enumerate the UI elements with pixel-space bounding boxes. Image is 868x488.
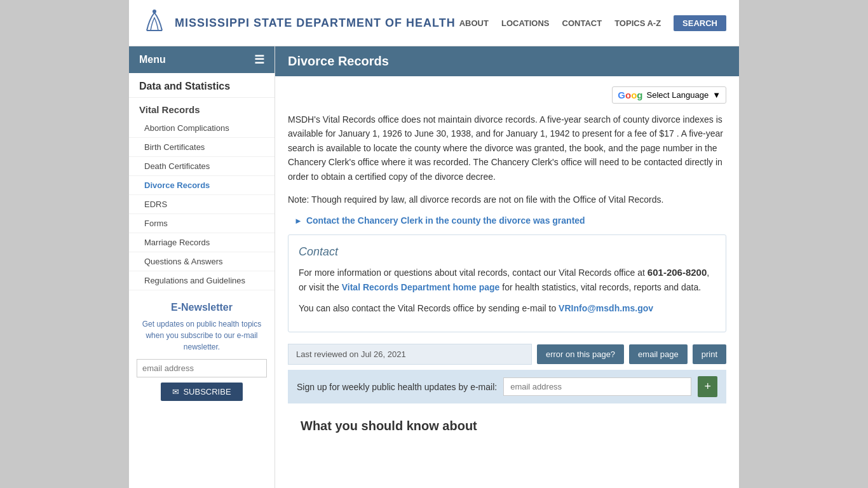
google-logo: Goog <box>618 90 642 100</box>
sidebar-item-death[interactable]: Death Certificates <box>129 157 275 176</box>
sidebar-item-birth[interactable]: Birth Certificates <box>129 138 275 157</box>
nav-contact[interactable]: CONTACT <box>562 18 602 28</box>
nav-links: ABOUT LOCATIONS CONTACT TOPICS A-Z SEARC… <box>459 15 726 31</box>
contact-section-title: Contact <box>299 245 715 259</box>
sidebar-item-divorce[interactable]: Divorce Records <box>129 176 275 195</box>
chancery-link-row: ► Contact the Chancery Clerk in the coun… <box>288 215 726 226</box>
contact-email-link[interactable]: VRInfo@msdh.ms.gov <box>559 303 653 313</box>
main-content-text: MSDH's Vital Records office does not mai… <box>288 112 726 184</box>
nav-about[interactable]: ABOUT <box>459 18 489 28</box>
chancery-clerk-link[interactable]: Contact the Chancery Clerk in the county… <box>306 215 585 226</box>
page-footer-row: Last reviewed on Jul 26, 2021 error on t… <box>288 344 726 365</box>
subscribe-button[interactable]: ✉ SUBSCRIBE <box>161 383 242 401</box>
logo-area: Mississippi State Department of Health <box>142 6 456 39</box>
translate-chevron-icon: ▼ <box>712 90 721 100</box>
signup-submit-button[interactable]: + <box>698 376 717 397</box>
vital-records-dept-link[interactable]: Vital Records Department home page <box>342 282 500 292</box>
sidebar-item-edrs[interactable]: EDRS <box>129 195 275 214</box>
email-icon: ✉ <box>172 387 179 396</box>
sidebar-item-forms[interactable]: Forms <box>129 214 275 233</box>
what-you-should-know-section: What you should know about <box>288 412 726 440</box>
google-translate-widget[interactable]: Goog Select Language ▼ <box>288 86 726 104</box>
sidebar-item-marriage[interactable]: Marriage Records <box>129 233 275 252</box>
search-button[interactable]: SEARCH <box>674 15 726 31</box>
note-text: Note: Though required by law, all divorc… <box>288 193 726 207</box>
enewsletter-box: E-Newsletter Get updates on public healt… <box>137 302 267 401</box>
contact-phone: 601-206-8200 <box>648 267 707 278</box>
contact-email-before: You can also contact the Vital Records o… <box>299 303 559 313</box>
content-page-title: Divorce Records <box>275 46 739 76</box>
error-on-page-button[interactable]: error on this page? <box>537 344 624 364</box>
sidebar-item-regulations[interactable]: Regulations and Guidelines <box>129 271 275 290</box>
sidebar-menu-bar: Menu ☰ <box>129 46 275 73</box>
enewsletter-email-input[interactable] <box>137 359 267 377</box>
contact-section: Contact For more information or question… <box>288 234 726 332</box>
contact-text-end: for health statistics, vital records, re… <box>499 282 701 292</box>
translate-selector[interactable]: Goog Select Language ▼ <box>612 86 726 104</box>
contact-text-1: For more information or questions about … <box>299 265 715 294</box>
contact-text-2: You can also contact the Vital Records o… <box>299 301 715 315</box>
hamburger-icon[interactable]: ☰ <box>254 53 264 67</box>
email-page-button[interactable]: email page <box>629 344 688 364</box>
signup-email-input[interactable] <box>503 377 691 396</box>
svg-point-1 <box>153 10 156 13</box>
content-body: Goog Select Language ▼ MSDH's Vital Reco… <box>275 76 739 450</box>
sidebar-section-title: Data and Statistics <box>129 73 275 98</box>
site-header: Mississippi State Department of Health A… <box>129 0 739 46</box>
last-reviewed-text: Last reviewed on Jul 26, 2021 <box>288 344 532 365</box>
main-layout: Menu ☰ Data and Statistics Vital Records… <box>129 46 739 488</box>
nav-locations[interactable]: LOCATIONS <box>501 18 550 28</box>
site-title: Mississippi State Department of Health <box>175 17 456 30</box>
print-button[interactable]: print <box>693 344 726 364</box>
menu-label: Menu <box>139 54 166 65</box>
arrow-right-icon: ► <box>294 216 302 226</box>
sidebar: Menu ☰ Data and Statistics Vital Records… <box>129 46 275 488</box>
enewsletter-description: Get updates on public health topics when… <box>137 318 267 353</box>
nav-topics-az[interactable]: TOPICS A-Z <box>614 18 661 28</box>
signup-row: Sign up for weekly public health updates… <box>288 370 726 403</box>
sidebar-item-qa[interactable]: Questions & Answers <box>129 252 275 271</box>
site-logo-icon <box>142 6 167 39</box>
sidebar-group-title: Vital Records <box>129 98 275 119</box>
signup-label: Sign up for weekly public health updates… <box>297 382 497 392</box>
sidebar-item-abortion[interactable]: Abortion Complications <box>129 119 275 138</box>
enewsletter-title: E-Newsletter <box>137 302 267 313</box>
subscribe-label: SUBSCRIBE <box>183 387 231 396</box>
translate-label: Select Language <box>647 90 709 100</box>
what-know-title: What you should know about <box>301 419 714 433</box>
contact-text-before: For more information or questions about … <box>299 268 648 278</box>
content-area: Divorce Records Goog Select Language ▼ M… <box>275 46 739 450</box>
